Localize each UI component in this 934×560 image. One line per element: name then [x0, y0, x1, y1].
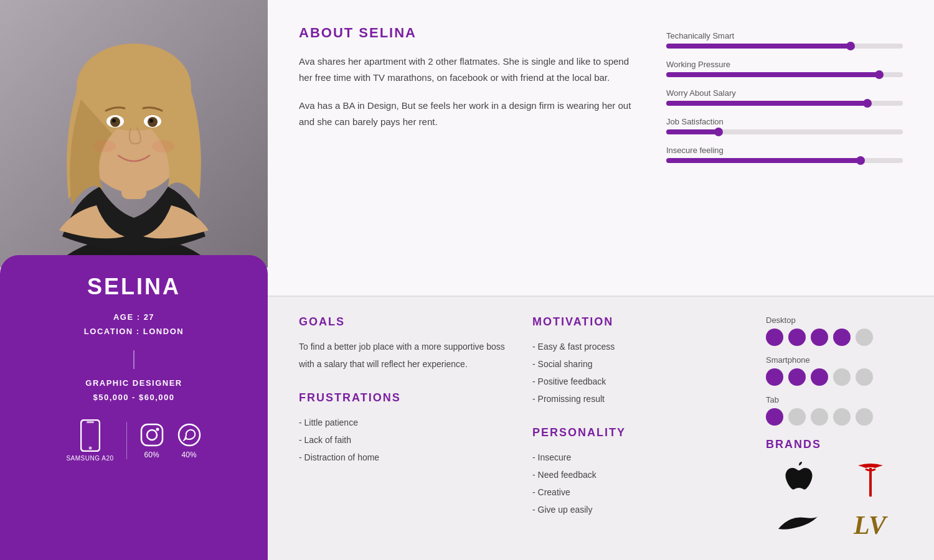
slider-thumb: [856, 156, 865, 165]
instagram-icon: 60%: [139, 422, 164, 459]
job-info: GRAPHIC DESIGNER: [85, 378, 182, 388]
svg-text:LV: LV: [853, 511, 888, 539]
list-item: - Little patience: [299, 414, 514, 431]
usage-dot: [856, 408, 873, 426]
slider-thumb: [875, 70, 884, 79]
list-item: - Give up easily: [532, 501, 747, 518]
stat-item: Working Pressure: [666, 60, 903, 77]
profile-info-card: SELINA AGE : 27 LOCATION : LONDON GRAPHI…: [0, 255, 268, 560]
list-item: - Promissing result: [532, 390, 747, 408]
bottom-section: GOALS To find a better job place with a …: [268, 297, 934, 560]
svg-point-15: [88, 447, 92, 450]
tab-dots: [766, 408, 903, 426]
goals-text: To find a better job place with a more s…: [299, 338, 514, 373]
frustrations-title: FRUSTRATIONS: [299, 391, 514, 404]
social-icons-row: SAMSUNG A20 60% 40%: [66, 419, 201, 462]
slider-thumb: [846, 42, 855, 50]
whatsapp-icon: 40%: [177, 422, 202, 459]
tab-usage: Tab: [766, 395, 903, 426]
phone-device: SAMSUNG A20: [66, 419, 113, 462]
motivation-title: MOTIVATION: [532, 315, 747, 329]
list-item: - Easy & fast process: [532, 338, 747, 355]
left-panel: SELINA AGE : 27 LOCATION : LONDON GRAPHI…: [0, 0, 268, 560]
slider-fill: [666, 158, 861, 163]
usage-dot: [856, 368, 873, 386]
slider-fill: [666, 44, 851, 49]
instagram-pct: 60%: [144, 450, 159, 459]
whatsapp-pct: 40%: [182, 450, 197, 459]
profile-name: SELINA: [87, 274, 181, 300]
usage-dot: [788, 329, 806, 346]
brands-section: BRANDS: [766, 438, 903, 541]
desktop-dots: [766, 329, 903, 346]
svg-point-18: [156, 427, 159, 431]
slider-fill: [666, 72, 879, 77]
svg-point-10: [149, 119, 153, 123]
profile-photo: [0, 0, 268, 268]
frustrations-items: - Little patience- Lack of faith- Distra…: [299, 414, 514, 466]
svg-point-19: [179, 424, 200, 446]
slider-track: [666, 72, 903, 77]
slider-thumb: [714, 128, 723, 136]
stat-item: Worry About Salary: [666, 88, 903, 106]
usage-brands-col: Desktop Smartphone Tab BRANDS: [766, 315, 903, 541]
usage-dot: [766, 368, 783, 386]
bio-text-2: Ava has a BA in Design, But se feels her…: [299, 98, 641, 129]
smartphone-usage: Smartphone: [766, 355, 903, 386]
motivation-items: - Easy & fast process- Social sharing- P…: [532, 338, 747, 408]
usage-dot: [856, 329, 873, 346]
slider-fill: [666, 129, 719, 134]
age-info: AGE : 27: [113, 312, 154, 322]
goals-title: GOALS: [299, 315, 514, 329]
slider-track: [666, 44, 903, 49]
list-item: - Distraction of home: [299, 449, 514, 466]
right-panel: ABOUT SELINA Ava shares her apartment wi…: [268, 0, 934, 560]
slider-fill: [666, 101, 867, 106]
usage-dot: [811, 408, 828, 426]
usage-dot: [811, 329, 828, 346]
personality-items: - Insecure- Need feedback- Creative- Giv…: [532, 449, 747, 518]
apple-logo: [766, 460, 831, 498]
motivation-col: MOTIVATION - Easy & fast process- Social…: [532, 315, 747, 541]
slider-track: [666, 158, 903, 163]
bio-area: ABOUT SELINA Ava shares her apartment wi…: [299, 25, 641, 277]
stat-label: Job Satisfaction: [666, 117, 903, 126]
lv-logo: LV: [837, 504, 903, 541]
slider-thumb: [863, 99, 872, 108]
about-title: ABOUT SELINA: [299, 25, 641, 41]
divider: [133, 350, 134, 369]
salary-info: $50,000 - $60,000: [93, 393, 174, 402]
list-item: - Positive feedback: [532, 373, 747, 390]
brands-grid: LV: [766, 460, 903, 541]
svg-point-12: [152, 140, 174, 152]
icon-divider: [126, 422, 127, 459]
stats-area: Techanically SmartWorking PressureWorry …: [666, 25, 903, 277]
usage-dot: [811, 368, 828, 386]
bio-text-1: Ava shares her apartment with 2 other fl…: [299, 54, 641, 85]
list-item: - Lack of faith: [299, 431, 514, 449]
stat-label: Working Pressure: [666, 60, 903, 69]
smartphone-dots: [766, 368, 903, 386]
location-info: LOCATION : LONDON: [84, 327, 184, 336]
list-item: - Insecure: [532, 449, 747, 466]
desktop-usage: Desktop: [766, 315, 903, 346]
goals-col: GOALS To find a better job place with a …: [299, 315, 514, 541]
stat-label: Worry About Salary: [666, 88, 903, 98]
usage-dot: [766, 329, 783, 346]
stat-item: Techanically Smart: [666, 31, 903, 49]
stat-label: Insecure feeling: [666, 146, 903, 155]
top-section: ABOUT SELINA Ava shares her apartment wi…: [268, 0, 934, 297]
slider-track: [666, 101, 903, 106]
desktop-label: Desktop: [766, 315, 903, 325]
tesla-logo: [837, 460, 903, 498]
brands-title: BRANDS: [766, 438, 903, 451]
tab-label: Tab: [766, 395, 903, 404]
stat-label: Techanically Smart: [666, 31, 903, 40]
nike-logo: [766, 510, 831, 535]
list-item: - Creative: [532, 483, 747, 501]
svg-point-17: [147, 430, 157, 440]
device-usage-section: Desktop Smartphone Tab: [766, 315, 903, 426]
personality-title: PERSONALITY: [532, 426, 747, 439]
usage-dot: [788, 368, 806, 386]
list-item: - Social sharing: [532, 355, 747, 373]
